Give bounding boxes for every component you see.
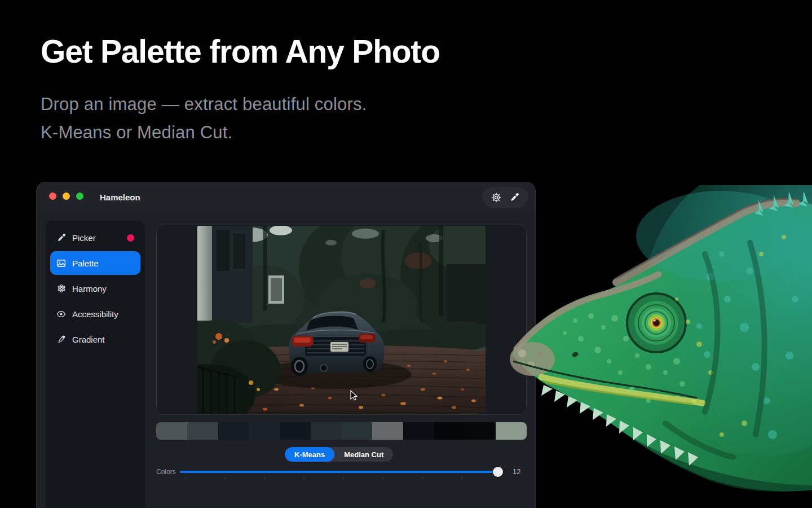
colors-slider[interactable] [180, 471, 498, 473]
hero-subtitle: Drop an image — extract beautiful colors… [41, 90, 367, 147]
car-photo-illustration [197, 226, 486, 414]
chameleon-image [506, 185, 812, 508]
palette-swatch[interactable] [311, 422, 342, 440]
harmony-icon [56, 284, 66, 294]
gear-icon[interactable] [491, 192, 501, 203]
palette-swatch[interactable] [280, 422, 311, 440]
chameleon-eye [627, 294, 686, 352]
sidebar-item-harmony[interactable]: Harmony [50, 277, 140, 300]
slider-ticks [185, 478, 462, 479]
page: Get Palette from Any Photo Drop an image… [0, 0, 812, 508]
photo-preview [197, 226, 486, 414]
hero-subtitle-line1: Drop an image — extract beautiful colors… [41, 90, 367, 119]
palette-swatch[interactable] [218, 422, 249, 440]
sidebar: Picker Palette [46, 221, 145, 508]
hero-title: Get Palette from Any Photo [41, 33, 440, 70]
slider-tick [343, 478, 344, 479]
eyedropper-icon [56, 233, 66, 243]
slider-tick [303, 478, 304, 479]
picker-badge [127, 234, 134, 242]
app-window: Hameleon [36, 182, 536, 508]
segment-kmeans[interactable]: K-Means [285, 447, 334, 462]
hero-subtitle-line2: K-Means or Median Cut. [41, 119, 367, 147]
palette-strip [156, 422, 527, 440]
sidebar-item-label: Harmony [72, 284, 107, 294]
slider-tick [382, 478, 383, 479]
palette-swatch[interactable] [156, 422, 187, 440]
brush-icon [56, 335, 66, 344]
slider-tick [422, 478, 423, 479]
slider-tick [185, 478, 186, 479]
algorithm-segmented-control: K-Means Median Cut [285, 447, 393, 462]
palette-swatch[interactable] [342, 422, 373, 440]
traffic-light[interactable] [76, 192, 83, 200]
sidebar-item-label: Accessibility [72, 309, 118, 319]
window-title: Hameleon [100, 192, 140, 202]
sidebar-item-label: Gradient [72, 335, 105, 344]
palette-swatch[interactable] [187, 422, 218, 440]
palette-swatch[interactable] [372, 422, 403, 440]
slider-tick [224, 478, 226, 479]
image-icon [56, 259, 66, 268]
palette-swatch[interactable] [434, 422, 465, 440]
traffic-light[interactable] [49, 192, 56, 200]
eye-icon [56, 309, 66, 319]
sidebar-item-gradient[interactable]: Gradient [50, 327, 140, 351]
palette-swatch[interactable] [403, 422, 434, 440]
photo-drop-card[interactable] [156, 225, 527, 415]
slider-tick [461, 478, 462, 479]
sidebar-item-accessibility[interactable]: Accessibility [50, 302, 140, 326]
titlebar: Hameleon [37, 182, 535, 212]
palette-swatch[interactable] [249, 422, 280, 440]
colors-slider-label: Colors [156, 468, 176, 476]
sidebar-item-picker[interactable]: Picker [50, 226, 140, 249]
sidebar-item-palette[interactable]: Palette [50, 251, 140, 275]
slider-tick [264, 478, 265, 479]
palette-swatch[interactable] [465, 422, 496, 440]
slider-thumb[interactable] [493, 467, 503, 477]
sidebar-item-label: Picker [72, 233, 96, 243]
sidebar-item-label: Palette [72, 259, 99, 268]
traffic-lights [49, 192, 90, 202]
segment-median-cut[interactable]: Median Cut [334, 447, 393, 462]
traffic-light[interactable] [63, 192, 70, 200]
